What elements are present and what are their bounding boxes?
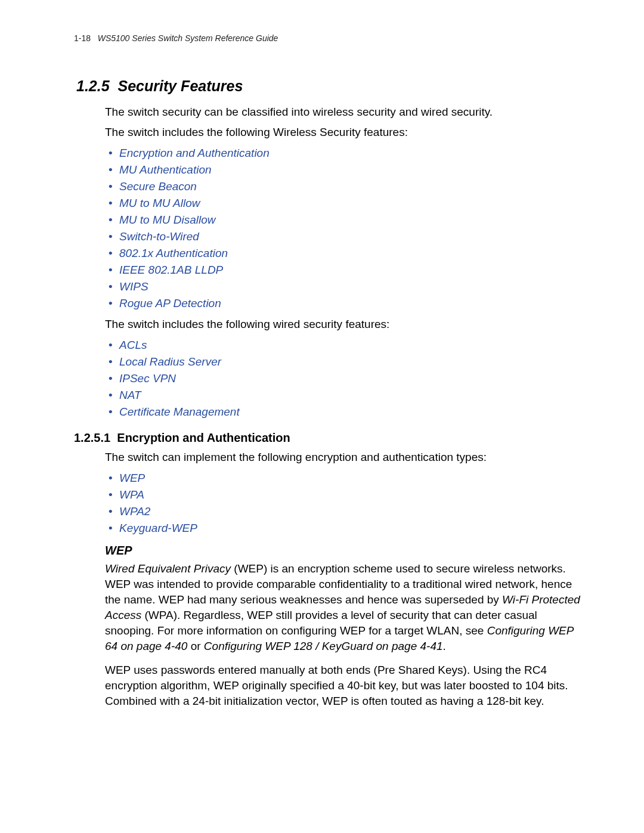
guide-title: WS5100 Series Switch System Reference Gu… (98, 33, 278, 43)
wep-heading: WEP (105, 544, 584, 558)
link-wips[interactable]: WIPS (119, 280, 148, 293)
link-ipsec-vpn[interactable]: IPSec VPN (119, 372, 176, 385)
list-item: WPA (119, 487, 584, 503)
list-item: ACLs (119, 337, 584, 354)
list-item: Encryption and Authentication (119, 145, 584, 162)
section-heading: 1.2.5 Security Features (76, 78, 584, 95)
link-local-radius-server[interactable]: Local Radius Server (119, 355, 221, 368)
list-item: Certificate Management (119, 404, 584, 420)
link-switch-to-wired[interactable]: Switch-to-Wired (119, 230, 199, 243)
link-wep[interactable]: WEP (119, 472, 145, 484)
subsection-number: 1.2.5.1 (74, 431, 110, 444)
link-mu-authentication[interactable]: MU Authentication (119, 163, 212, 176)
list-item: WIPS (119, 278, 584, 295)
wep-paragraph-1: Wired Equivalent Privacy (WEP) is an enc… (105, 561, 584, 654)
wep-paragraph-2: WEP uses passwords entered manually at b… (105, 662, 584, 709)
link-secure-beacon[interactable]: Secure Beacon (119, 180, 197, 193)
link-keyguard-wep[interactable]: Keyguard-WEP (119, 522, 197, 534)
list-item: Local Radius Server (119, 354, 584, 370)
running-header: 1-18 WS5100 Series Switch System Referen… (74, 33, 584, 43)
section-number: 1.2.5 (76, 78, 110, 94)
list-item: NAT (119, 387, 584, 404)
list-item: IPSec VPN (119, 370, 584, 387)
wireless-security-list: Encryption and Authentication MU Authent… (105, 145, 584, 312)
wired-intro: The switch includes the following wired … (105, 317, 584, 332)
subsection-heading: 1.2.5.1 Encryption and Authentication (74, 431, 584, 445)
link-mu-to-mu-disallow[interactable]: MU to MU Disallow (119, 213, 216, 226)
encryption-types-list: WEP WPA WPA2 Keyguard-WEP (105, 470, 584, 537)
section-body: The switch security can be classified in… (105, 104, 584, 420)
section-title: Security Features (118, 78, 243, 94)
list-item: WPA2 (119, 503, 584, 520)
subsection-body: The switch can implement the following e… (105, 450, 584, 709)
subsection-title: Encryption and Authentication (117, 431, 290, 444)
link-rogue-ap-detection[interactable]: Rogue AP Detection (119, 297, 221, 309)
list-item: Keyguard-WEP (119, 520, 584, 537)
list-item: Rogue AP Detection (119, 295, 584, 312)
page: 1-18 WS5100 Series Switch System Referen… (0, 0, 644, 833)
list-item: MU Authentication (119, 162, 584, 178)
link-acls[interactable]: ACLs (119, 339, 147, 351)
list-item: MU to MU Allow (119, 195, 584, 212)
wep-term: Wired Equivalent Privacy (105, 562, 231, 575)
list-item: MU to MU Disallow (119, 212, 584, 228)
subsection-intro: The switch can implement the following e… (105, 450, 584, 465)
section-intro-1: The switch security can be classified in… (105, 104, 584, 120)
list-item: IEEE 802.1AB LLDP (119, 262, 584, 278)
ref-wep128: Configuring WEP 128 / KeyGuard on page 4… (204, 640, 443, 652)
page-number: 1-18 (74, 33, 91, 43)
link-encryption-and-authentication[interactable]: Encryption and Authentication (119, 147, 270, 159)
link-8021x-authentication[interactable]: 802.1x Authentication (119, 247, 228, 259)
link-certificate-management[interactable]: Certificate Management (119, 405, 240, 418)
list-item: Secure Beacon (119, 178, 584, 195)
wired-security-list: ACLs Local Radius Server IPSec VPN NAT C… (105, 337, 584, 420)
link-wpa[interactable]: WPA (119, 488, 144, 501)
list-item: Switch-to-Wired (119, 228, 584, 245)
link-wpa2[interactable]: WPA2 (119, 505, 150, 518)
link-mu-to-mu-allow[interactable]: MU to MU Allow (119, 197, 200, 209)
list-item: 802.1x Authentication (119, 245, 584, 262)
link-ieee-8021ab-lldp[interactable]: IEEE 802.1AB LLDP (119, 264, 223, 276)
section-intro-2: The switch includes the following Wirele… (105, 125, 584, 140)
list-item: WEP (119, 470, 584, 487)
link-nat[interactable]: NAT (119, 389, 141, 401)
